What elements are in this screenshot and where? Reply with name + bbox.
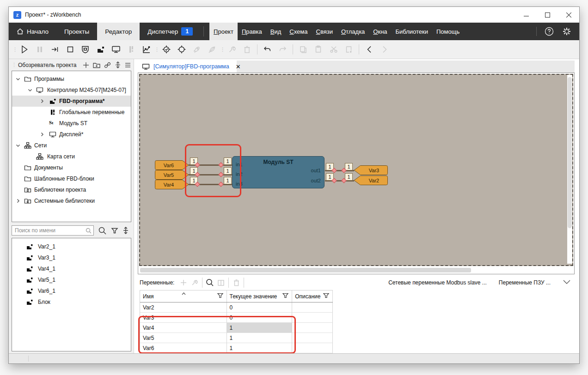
menu-links[interactable]: Связи: [312, 23, 337, 40]
stop-icon[interactable]: [63, 42, 77, 57]
tree-item-project-libraries[interactable]: Библиотеки проекта: [12, 184, 131, 195]
tree-item-display[interactable]: Дисплей*: [12, 129, 131, 140]
filter-icon[interactable]: [111, 227, 118, 234]
chevron-right-icon[interactable]: [15, 198, 21, 204]
menu-help[interactable]: Помощь: [432, 23, 464, 40]
tree-item-global-vars[interactable]: Глобальные переменные: [12, 107, 131, 118]
var-block-var2[interactable]: Var2: [354, 175, 388, 185]
cut-icon[interactable]: [326, 42, 341, 57]
chevron-right-icon[interactable]: [39, 131, 45, 138]
canvas-vertical-scrollbar[interactable]: [567, 75, 572, 264]
panel-menu-icon[interactable]: [125, 62, 131, 68]
fbd-block-icon[interactable]: [93, 42, 108, 57]
menu-debug[interactable]: Отладка: [337, 23, 369, 40]
wrench-icon[interactable]: [189, 277, 200, 288]
breakpoint-icon[interactable]: [124, 42, 138, 57]
menu-libraries[interactable]: Библиотеки: [392, 23, 432, 40]
pause-icon[interactable]: [32, 42, 47, 57]
table-row-var2[interactable]: Var2 0: [140, 302, 333, 313]
redo-icon[interactable]: [276, 42, 290, 57]
column-header-value[interactable]: Текущее значение: [227, 290, 293, 302]
gear-icon[interactable]: [559, 24, 575, 39]
expand-collapse-icon[interactable]: [115, 61, 121, 68]
tree-item-documents[interactable]: Документы: [12, 162, 131, 173]
add-folder-icon[interactable]: [93, 62, 100, 68]
list-item-var3-1[interactable]: Var3_1: [12, 252, 131, 263]
toolbar-grip[interactable]: ⋮: [220, 47, 224, 53]
search-variables-icon[interactable]: [204, 277, 215, 288]
tree-item-networks[interactable]: Сети: [12, 140, 131, 151]
step-icon[interactable]: [48, 42, 62, 57]
filter-icon[interactable]: [282, 292, 289, 300]
list-item-var4-1[interactable]: Var4_1: [12, 263, 131, 274]
chevron-down-icon[interactable]: [15, 76, 21, 82]
search-button-icon[interactable]: [98, 226, 107, 235]
chevron-down-icon[interactable]: [563, 279, 571, 286]
var-block-var5[interactable]: Var5: [155, 170, 189, 180]
chevron-right-icon[interactable]: [39, 98, 45, 104]
scrollbar-thumb[interactable]: [568, 77, 572, 228]
chevron-down-icon[interactable]: [15, 142, 21, 149]
run-icon[interactable]: [17, 42, 31, 57]
tree-item-programs[interactable]: Программы: [12, 73, 131, 85]
filter-icon[interactable]: [217, 292, 224, 300]
copy-icon[interactable]: [296, 42, 310, 57]
menu-view[interactable]: Вид: [266, 23, 286, 40]
tab-dispatcher[interactable]: Диспетчер 1: [140, 23, 201, 40]
tab-editor[interactable]: Редактор: [97, 23, 140, 40]
maximize-button[interactable]: [537, 7, 558, 23]
add-icon[interactable]: [83, 62, 89, 68]
rocket-off-icon[interactable]: [205, 42, 219, 57]
target-icon[interactable]: [174, 42, 189, 57]
tab-projects[interactable]: Проекты: [56, 23, 97, 40]
var-block-var6[interactable]: Var6: [155, 160, 189, 170]
var-block-var3[interactable]: Var3: [354, 165, 388, 175]
list-item-block[interactable]: Блок: [12, 296, 131, 308]
list-item-var2-1[interactable]: Var2_1: [12, 241, 131, 252]
tree-item-st-module[interactable]: St Модуль ST: [12, 118, 131, 129]
search-input[interactable]: [12, 225, 94, 236]
toolbar-grip[interactable]: ⋮: [12, 47, 16, 53]
chevron-down-icon[interactable]: [27, 87, 33, 93]
display-icon[interactable]: [109, 42, 123, 57]
port-out2[interactable]: out2: [311, 178, 321, 183]
paste-icon[interactable]: [311, 42, 325, 57]
columns-icon[interactable]: [215, 277, 227, 288]
canvas-horizontal-scrollbar[interactable]: [140, 267, 573, 273]
list-item-var6-1[interactable]: Var6_1: [12, 285, 131, 296]
tab-fbd-simulator[interactable]: [Симулятор]FBD-программа ✕: [138, 60, 237, 73]
paste-special-icon[interactable]: [342, 42, 356, 57]
expand-collapse-icon[interactable]: [122, 227, 129, 234]
minimize-button[interactable]: [515, 7, 537, 23]
undo-icon[interactable]: [260, 42, 275, 57]
link-network-variables[interactable]: Сетевые переменные Modbus slave ...: [388, 279, 487, 286]
wrench-icon[interactable]: [225, 42, 239, 57]
forward-icon[interactable]: [377, 42, 392, 57]
link-icon[interactable]: [104, 62, 111, 68]
toolbar-grip[interactable]: ⋮: [154, 47, 158, 53]
trash-icon[interactable]: [231, 277, 242, 288]
rocket-icon[interactable]: [190, 42, 204, 57]
panel-grip[interactable]: ⋮: [12, 62, 15, 68]
scrollbar-thumb[interactable]: [140, 268, 471, 272]
column-header-desc[interactable]: Описание: [292, 290, 333, 302]
back-icon[interactable]: [362, 42, 376, 57]
port-out1[interactable]: out1: [311, 168, 321, 173]
trend-icon[interactable]: [139, 42, 153, 57]
menu-windows[interactable]: Окна: [369, 23, 391, 40]
add-variable-icon[interactable]: [178, 277, 189, 288]
menu-scheme[interactable]: Схема: [285, 23, 312, 40]
trash-icon[interactable]: [240, 42, 254, 57]
st-module-block[interactable]: Модуль ST in1 in2 in3 out1 out2: [232, 156, 325, 188]
fbd-canvas[interactable]: Var6 Var5 Var4 1 1: [139, 74, 573, 266]
target-check-icon[interactable]: [159, 42, 173, 57]
tree-item-system-libraries[interactable]: Системные библиотеки: [12, 195, 131, 206]
menu-edit[interactable]: Правка: [238, 23, 266, 40]
menu-project[interactable]: Проект: [209, 23, 238, 40]
tab-home[interactable]: Начало: [9, 23, 56, 40]
tree-item-fbd-program[interactable]: FBD-программа*: [12, 96, 131, 107]
help-icon[interactable]: [541, 24, 557, 39]
tree-item-controller[interactable]: Контроллер М245-07[М245-07]: [12, 85, 131, 96]
column-header-name[interactable]: Имя: [140, 290, 227, 302]
filter-icon[interactable]: [323, 292, 330, 300]
